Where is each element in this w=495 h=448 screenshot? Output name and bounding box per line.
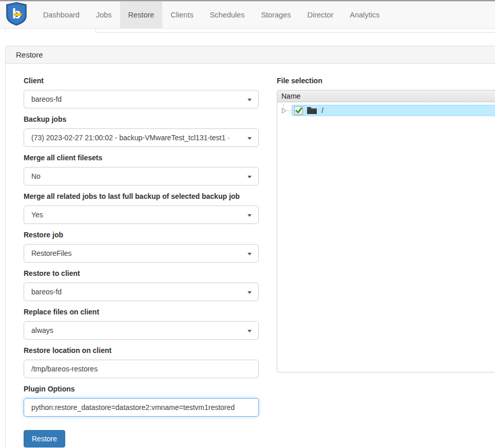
backup-jobs-select[interactable]: (73) 2023-02-27 21:00:02 - backup-VMware…	[24, 128, 259, 147]
tree-row-root: /	[280, 104, 495, 117]
form-group-merge-related-jobs: Merge all related jobs to last full back…	[24, 192, 259, 224]
form-group-merge-filesets: Merge all client filesets No	[24, 154, 259, 185]
restore-panel: Restore Client bareos-fd Backup jobs (73…	[5, 46, 495, 448]
merge-filesets-label: Merge all client filesets	[24, 154, 259, 162]
panel-title: Restore	[6, 46, 495, 64]
folder-icon	[307, 106, 317, 115]
file-selection-title: File selection	[277, 77, 495, 85]
restore-location-label: Restore location on client	[24, 346, 259, 354]
plugin-options-label: Plugin Options	[24, 385, 259, 393]
nav-item-director[interactable]: Director	[299, 2, 341, 28]
merge-related-jobs-select[interactable]: Yes	[24, 206, 259, 224]
tree-node-root[interactable]: /	[292, 105, 495, 116]
client-select[interactable]: bareos-fd	[24, 90, 259, 108]
checkbox-checked-icon[interactable]	[294, 106, 303, 115]
nav-item-storages[interactable]: Storages	[253, 2, 299, 28]
client-label: Client	[24, 77, 259, 85]
nav-item-clients[interactable]: Clients	[162, 2, 201, 28]
nav-item-dashboard[interactable]: Dashboard	[35, 2, 88, 28]
nav-item-analytics[interactable]: Analytics	[341, 2, 388, 28]
restore-job-select[interactable]: RestoreFiles	[24, 244, 259, 263]
merge-related-jobs-label: Merge all related jobs to last full back…	[24, 192, 259, 200]
tree-column-header-name: Name	[277, 90, 495, 102]
form-group-client: Client bareos-fd	[24, 77, 259, 108]
merge-filesets-select[interactable]: No	[24, 167, 259, 185]
bareos-logo[interactable]: b	[0, 2, 35, 28]
restore-submit-button[interactable]: Restore	[24, 430, 65, 447]
tab-bottom-border	[96, 32, 495, 33]
file-selection-section: File selection Name	[259, 77, 495, 447]
form-group-restore-location: Restore location on client	[24, 346, 259, 378]
navbar: b Dashboard Jobs Restore Clients Schedul…	[0, 2, 495, 29]
plugin-options-input[interactable]	[24, 398, 259, 417]
panel-body: Client bareos-fd Backup jobs (73) 2023-0…	[6, 64, 495, 447]
active-tab-left-border	[5, 29, 6, 33]
bareos-shield-icon: b	[5, 2, 28, 28]
tree-node-label: /	[321, 106, 323, 115]
tab-strip	[0, 29, 495, 46]
form-group-plugin-options: Plugin Options	[24, 385, 259, 417]
replace-files-label: Replace files on client	[24, 308, 259, 316]
nav-item-jobs[interactable]: Jobs	[88, 2, 120, 28]
restore-to-client-select[interactable]: bareos-fd	[24, 283, 259, 301]
expand-triangle-icon	[281, 108, 287, 114]
replace-files-select[interactable]: always	[24, 321, 259, 340]
tree-body: /	[277, 102, 495, 117]
nav-item-schedules[interactable]: Schedules	[202, 2, 253, 28]
backup-jobs-label: Backup jobs	[24, 115, 259, 123]
restore-form: Client bareos-fd Backup jobs (73) 2023-0…	[24, 77, 259, 447]
restore-to-client-label: Restore to client	[24, 269, 259, 277]
restore-location-input[interactable]	[24, 360, 259, 378]
form-group-restore-job: Restore job RestoreFiles	[24, 231, 259, 263]
tree-expander-toggle[interactable]	[280, 104, 292, 117]
form-group-replace-files: Replace files on client always	[24, 308, 259, 340]
nav-item-restore[interactable]: Restore	[120, 2, 163, 28]
form-group-restore-to-client: Restore to client bareos-fd	[24, 269, 259, 301]
restore-job-label: Restore job	[24, 231, 259, 239]
file-tree-panel: Name	[277, 90, 495, 372]
form-group-backup-jobs: Backup jobs (73) 2023-02-27 21:00:02 - b…	[24, 115, 259, 147]
